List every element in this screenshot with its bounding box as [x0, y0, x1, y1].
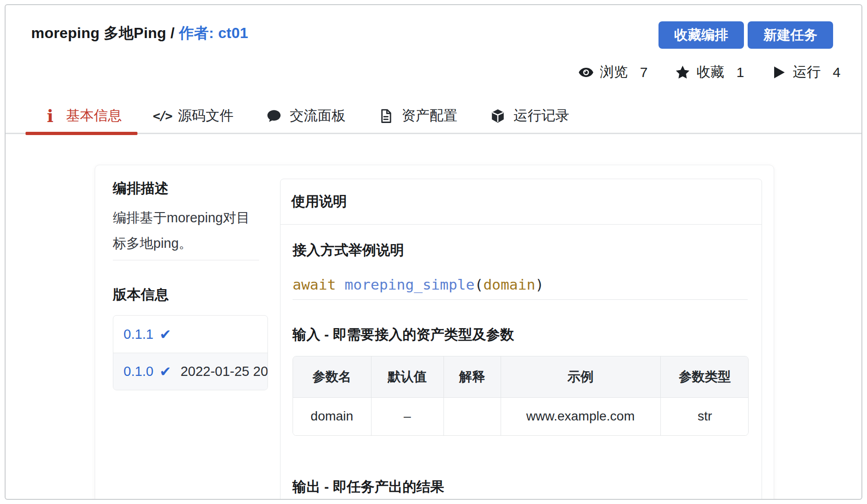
- stat-label: 运行: [793, 63, 821, 82]
- stat-runs: 运行 4: [771, 63, 841, 82]
- version-row[interactable]: 0.1.1 ✔: [113, 316, 267, 353]
- left-divider: [113, 260, 259, 260]
- stat-label: 浏览: [600, 63, 628, 82]
- app-frame: moreping 多地Ping / 作者: ct01 收藏编排 新建任务 浏览 …: [5, 4, 862, 500]
- author-link[interactable]: 作者: ct01: [179, 25, 248, 41]
- stat-value: 4: [833, 65, 841, 80]
- tab-asset-config[interactable]: 资产配置: [361, 99, 473, 133]
- code-keyword: await: [293, 276, 345, 293]
- code-example: await moreping_simple(domain): [293, 274, 748, 295]
- col-header-param-name: 参数名: [293, 356, 371, 397]
- input-param-table: 参数名 默认值 解释 示例 参数类型 domain –: [293, 356, 749, 436]
- col-header-explain: 解释: [443, 356, 501, 397]
- play-icon: [771, 65, 787, 80]
- cell-example: www.example.com: [501, 397, 660, 435]
- version-date: 2022-01-25 20: [181, 364, 267, 379]
- version-number[interactable]: 0.1.1: [124, 327, 154, 342]
- description-text: 编排基于moreping对目标多地ping。: [113, 205, 261, 256]
- orchestration-summary: 编排描述 编排基于moreping对目标多地ping。 版本信息 0.1.1 ✔…: [113, 178, 261, 390]
- version-number[interactable]: 0.1.0: [124, 364, 154, 379]
- star-icon: [675, 65, 691, 80]
- usage-divider: [293, 299, 748, 300]
- cell-type: str: [660, 397, 749, 435]
- tab-label: 基本信息: [66, 106, 122, 125]
- col-header-default: 默认值: [371, 356, 443, 397]
- table-row: domain – www.example.com str: [293, 397, 749, 435]
- stat-value: 1: [737, 65, 744, 80]
- page-title: moreping 多地Ping / 作者: ct01: [31, 23, 248, 43]
- table-header-row: 参数名 默认值 解释 示例 参数类型: [293, 356, 749, 397]
- version-row[interactable]: 0.1.0 ✔ 2022-01-25 20: [113, 353, 267, 390]
- code-icon: </>: [153, 107, 171, 125]
- tab-source-files[interactable]: </> 源码文件: [137, 99, 249, 133]
- basic-info-panel: 编排描述 编排基于moreping对目标多地ping。 版本信息 0.1.1 ✔…: [95, 165, 774, 500]
- check-icon: ✔: [160, 363, 171, 380]
- stat-value: 7: [640, 65, 648, 80]
- usage-body: 接入方式举例说明 await moreping_simple(domain) 输…: [280, 240, 762, 497]
- tab-discussion-panel[interactable]: 交流面板: [249, 99, 361, 133]
- tab-bar: i 基本信息 </> 源码文件 交流面板 资产配置 运行记录: [6, 99, 861, 134]
- file-icon: [377, 107, 395, 125]
- version-list: 0.1.1 ✔ 0.1.0 ✔ 2022-01-25 20: [113, 315, 268, 390]
- header-actions: 收藏编排 新建任务: [658, 21, 833, 49]
- cell-param-name: domain: [293, 397, 371, 435]
- chat-icon: [265, 107, 283, 125]
- page-title-main: moreping 多地Ping /: [31, 25, 175, 41]
- example-title: 接入方式举例说明: [293, 240, 748, 260]
- input-section-title: 输入 - 即需要接入的资产类型及参数: [293, 324, 748, 345]
- code-paren-open: (: [475, 276, 483, 293]
- tab-basic-info[interactable]: i 基本信息: [26, 99, 137, 133]
- eye-icon: [578, 65, 594, 80]
- usage-title: 使用说明: [280, 179, 762, 225]
- tab-label: 资产配置: [402, 106, 457, 125]
- code-argument: domain: [483, 276, 535, 293]
- tab-label: 交流面板: [290, 106, 345, 125]
- new-task-button[interactable]: 新建任务: [748, 21, 833, 49]
- stat-views: 浏览 7: [578, 63, 648, 82]
- check-icon: ✔: [160, 326, 171, 342]
- tab-label: 运行记录: [514, 106, 569, 125]
- stat-favorites: 收藏 1: [675, 63, 744, 82]
- cell-explain: [443, 397, 501, 435]
- output-section-title: 输出 - 即任务产出的结果: [293, 477, 748, 497]
- col-header-type: 参数类型: [660, 356, 749, 397]
- code-paren-close: ): [535, 276, 544, 293]
- usage-instructions-card: 使用说明 接入方式举例说明 await moreping_simple(doma…: [280, 179, 762, 500]
- code-function: moreping_simple: [345, 276, 475, 293]
- tab-run-history[interactable]: 运行记录: [473, 99, 585, 133]
- stats-row: 浏览 7 收藏 1 运行 4: [578, 63, 841, 82]
- info-icon: i: [41, 107, 59, 125]
- description-title: 编排描述: [113, 178, 261, 199]
- cube-icon: [489, 107, 507, 125]
- stat-label: 收藏: [697, 63, 724, 82]
- version-info-title: 版本信息: [113, 284, 261, 305]
- favorite-orchestration-button[interactable]: 收藏编排: [658, 21, 744, 49]
- tab-label: 源码文件: [178, 106, 234, 125]
- col-header-example: 示例: [501, 356, 660, 397]
- cell-default: –: [371, 397, 443, 435]
